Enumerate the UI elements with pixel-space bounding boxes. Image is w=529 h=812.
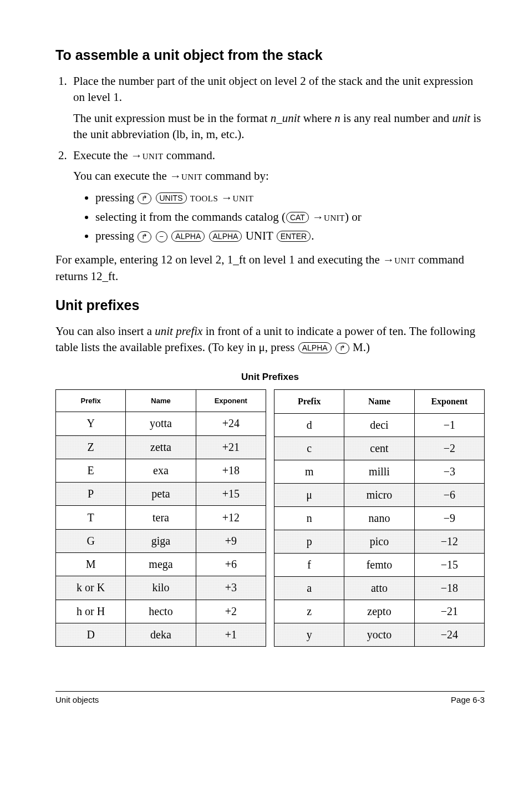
- shift-right-key-2: ↱: [138, 231, 151, 242]
- step2-bullets: pressing ↱ UNITS tools →unit selecting i…: [73, 189, 485, 245]
- table-row: h or Hhecto+2: [56, 600, 266, 623]
- step1-note: The unit expression must be in the forma…: [73, 110, 485, 143]
- table-row: Yyotta+24: [56, 412, 266, 435]
- th-prefix-l: Prefix: [56, 390, 126, 412]
- prefix-table-right: Prefix Name Exponent ddeci−1 ccent−2 mmi…: [274, 389, 485, 647]
- table-caption: Unit Prefixes: [55, 372, 485, 383]
- th-exp-r: Exponent: [414, 390, 484, 414]
- page-footer: Unit objects Page 6-3: [55, 691, 485, 704]
- table-row: Mmega+6: [56, 553, 266, 576]
- table-row: Eexa+18: [56, 459, 266, 482]
- table-row: ddeci−1: [274, 414, 485, 437]
- table-row: Ttera+12: [56, 506, 266, 529]
- th-name-l: Name: [126, 390, 196, 412]
- bullet-2: selecting it from the commands catalog (…: [95, 208, 485, 226]
- alpha-key-1: ALPHA: [171, 231, 205, 242]
- alpha-key-3: ALPHA: [298, 342, 332, 353]
- cat-key: CAT: [286, 212, 309, 223]
- th-name-r: Name: [344, 390, 414, 414]
- table-row: ppico−12: [274, 530, 485, 554]
- step2-sub: You can execute the →unit command by:: [73, 168, 485, 184]
- prefix-table-left: Prefix Name Exponent Yyotta+24 Zzetta+21…: [55, 389, 266, 647]
- shift-right-key: ↱: [138, 193, 151, 204]
- heading-prefixes: Unit prefixes: [55, 297, 485, 313]
- footer-right: Page 6-3: [451, 695, 485, 704]
- th-exp-l: Exponent: [196, 390, 266, 412]
- table-row: Ggiga+9: [56, 529, 266, 552]
- step-2: Execute the →unit command. You can execu…: [70, 148, 485, 245]
- table-row: nnano−9: [274, 507, 485, 530]
- prefixes-paragraph: You can also insert a unit prefix in fro…: [55, 323, 485, 357]
- heading-assemble: To assemble a unit object from the stack: [55, 47, 485, 63]
- example-paragraph: For example, entering 12 on level 2, 1_f…: [55, 252, 485, 285]
- table-row: ccent−2: [274, 437, 485, 460]
- table-row: Zzetta+21: [56, 435, 266, 459]
- table-row: zzepto−21: [274, 600, 485, 623]
- enter-key: ENTER: [277, 231, 311, 242]
- table-row: aatto−18: [274, 577, 485, 600]
- step1-text: Place the number part of the unit object…: [73, 74, 473, 104]
- minus-key: −: [156, 231, 168, 242]
- step-1: Place the number part of the unit object…: [70, 73, 485, 143]
- bullet-3: pressing ↱ − ALPHA ALPHA UNIT ENTER.: [95, 227, 485, 245]
- prefix-tables: Prefix Name Exponent Yyotta+24 Zzetta+21…: [55, 389, 485, 647]
- alpha-key-2: ALPHA: [209, 231, 242, 242]
- units-key: UNITS: [156, 192, 187, 204]
- footer-left: Unit objects: [55, 695, 99, 704]
- table-row: μmicro−6: [274, 484, 485, 507]
- shift-right-key-3: ↱: [335, 343, 349, 354]
- table-row: mmilli−3: [274, 460, 485, 484]
- th-prefix-r: Prefix: [274, 390, 344, 414]
- table-row: Ddeka+1: [56, 623, 266, 646]
- steps-list: Place the number part of the unit object…: [55, 73, 485, 245]
- table-row: k or Kkilo+3: [56, 576, 266, 600]
- table-row: ffemto−15: [274, 554, 485, 577]
- table-row: Ppeta+15: [56, 483, 266, 506]
- table-row: yyocto−24: [274, 623, 485, 647]
- bullet-1: pressing ↱ UNITS tools →unit: [95, 189, 485, 207]
